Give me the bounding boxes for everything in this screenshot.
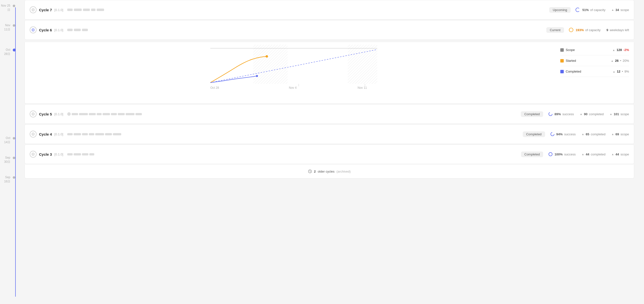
cycle6-icon: [30, 26, 36, 33]
timeline-oct28: Oct28日: [0, 48, 20, 136]
main-content: Cycle 7 [0.1.0] Upcoming 51% of capacity: [20, 0, 644, 304]
cycle4-icon: [30, 131, 36, 138]
cycle5-success-pct: 89%: [554, 112, 561, 116]
timeline-sep30: Sep30日: [0, 156, 20, 175]
started-count: 26: [615, 59, 618, 62]
dot-nov11: [13, 24, 15, 27]
svg-marker-20: [33, 133, 34, 135]
cycle4-scope: ▲ 69 scope: [611, 132, 629, 136]
cycle3-version: [0.1.0]: [54, 152, 63, 156]
date-sep30: Sep30日: [0, 156, 13, 164]
legend-scope: Scope ▲ 128 -2%: [560, 45, 629, 55]
cycle3-row[interactable]: Cycle 3 [0.1.0] Completed 100% success ▲…: [24, 144, 634, 164]
completed-dot: •: [622, 70, 623, 73]
cycle7-icon: [30, 6, 36, 13]
cycle6-capacity: 193% of capacity: [569, 28, 600, 32]
archived-label: (archived): [336, 170, 351, 173]
svg-point-21: [551, 132, 554, 136]
legend-completed: Completed ▲ 12 • 9%: [560, 66, 629, 77]
scope-triangle: ▲: [612, 48, 615, 51]
cycle5-metrics: 89% success ▲ 90 completed ▲ 101 scope: [548, 112, 629, 116]
svg-marker-23: [33, 153, 34, 155]
scope-label: Scope: [566, 48, 575, 52]
cycle7-triangle-icon: ▲: [611, 8, 614, 11]
cycle4-avatars: [67, 133, 121, 135]
scope-pct: -2%: [624, 48, 629, 52]
cycle5-completed: ▲ 90 completed: [580, 112, 604, 116]
svg-text:Nov 11: Nov 11: [358, 86, 367, 89]
svg-rect-5: [253, 45, 288, 84]
svg-point-18: [549, 112, 552, 116]
cycle6-capacity-icon: [569, 28, 573, 32]
dot-sep16: [13, 176, 15, 179]
date-sep16: Sep16日: [0, 175, 13, 184]
dot-nov25: [13, 5, 15, 7]
older-cycles-count: 2: [314, 170, 316, 173]
cycle3-status: Completed: [521, 152, 544, 157]
cycle6-capacity-label: of capacity: [585, 28, 600, 32]
svg-text:Nov 4: Nov 4: [289, 86, 297, 89]
cycle7-scope: ▲ 34 scope: [611, 8, 629, 12]
cycle3-name: Cycle 3: [39, 152, 52, 156]
svg-point-10: [256, 75, 258, 77]
cycle5-success: 89% success: [548, 112, 574, 116]
completed-color: [560, 70, 564, 73]
cycle4-row[interactable]: Cycle 4 [0.1.0] Completed 94% success: [24, 124, 634, 144]
dot-oct14: [13, 137, 15, 139]
svg-marker-1: [33, 9, 34, 10]
cycle3-success-label: success: [564, 152, 576, 156]
svg-point-9: [266, 55, 268, 58]
cycle4-completed: ▲ 65 completed: [582, 132, 606, 136]
cycle5-completed-val: 90: [584, 112, 587, 116]
completed-triangle: ▲: [612, 70, 615, 73]
cycle6-metrics: 193% of capacity 9 weekdays left: [569, 28, 629, 32]
cycle6-row[interactable]: Cycle 6 [0.1.0] Current 193% of capacity…: [24, 20, 634, 40]
cycle6-extra-val: 9: [606, 28, 608, 32]
cycle3-scope: ▲ 44 scope: [611, 152, 629, 156]
cycle4-success: 94% success: [550, 132, 576, 137]
cycle4-name: Cycle 4: [39, 132, 52, 136]
older-cycles-footer[interactable]: 2 older cycles (archived): [24, 165, 634, 178]
cycle4-success-label: success: [564, 132, 576, 136]
date-oct28: Oct28日: [0, 48, 13, 56]
cycle6-extra-label: weekdays left: [610, 28, 629, 32]
cycle6-avatars: [67, 29, 88, 31]
older-cycles-label: older cycles: [318, 170, 334, 173]
cycle6-weekdays: 9 weekdays left: [606, 28, 629, 32]
chart-legend: Scope ▲ 128 -2% Started: [560, 42, 629, 99]
cycle4-scope-label: scope: [620, 132, 629, 136]
cycle3-icon: [30, 151, 36, 158]
cycle5-success-label: success: [562, 112, 574, 116]
timeline-sidebar: Nov 25日 Nov11日 Oct28日 Oct14日 Sep30日 Sep1: [0, 0, 20, 304]
cycle3-avatars: [67, 153, 94, 155]
started-pct: 20%: [623, 59, 629, 62]
cycle5-scope-val: 101: [614, 112, 619, 116]
cycle6-version: [0.1.0]: [54, 28, 63, 32]
date-nov11: Nov11日: [0, 23, 13, 32]
cycle7-scope-label: scope: [620, 8, 629, 12]
cycle6-name: Cycle 6: [39, 28, 52, 32]
cycle7-row[interactable]: Cycle 7 [0.1.0] Upcoming 51% of capacity: [24, 0, 634, 20]
cycle5-completed-label: completed: [589, 112, 604, 116]
cycle3-completed-label: completed: [591, 152, 606, 156]
chart-area: Oct 28 Nov 4 Nov 11: [30, 42, 553, 99]
timeline-sep16: Sep16日: [0, 175, 20, 195]
cycle5-success-icon: [548, 112, 553, 116]
cycle7-version: [0.1.0]: [54, 8, 63, 12]
svg-text:Oct 28: Oct 28: [210, 86, 219, 89]
cycle5-row[interactable]: Cycle 5 [0.1.0] Completed 89%: [24, 104, 634, 124]
cycle4-success-icon: [550, 132, 555, 137]
cycle7-capacity-label: of capacity: [590, 8, 606, 12]
scope-color: [560, 48, 564, 52]
timeline-oct14: Oct14日: [0, 136, 20, 156]
cycle5-icon: [30, 111, 36, 117]
clock-icon: [308, 169, 312, 173]
cycle7-metrics: 51% of capacity ▲ 34 scope: [576, 7, 629, 12]
cycle3-scope-val: 44: [616, 152, 619, 156]
cycle5-avatars: [67, 112, 142, 116]
legend-started: Started ▲ 26 • 20%: [560, 55, 629, 66]
svg-point-24: [549, 152, 552, 156]
started-triangle: ▲: [611, 59, 614, 62]
started-dot: •: [620, 59, 621, 62]
scope-count: 128: [616, 48, 622, 52]
